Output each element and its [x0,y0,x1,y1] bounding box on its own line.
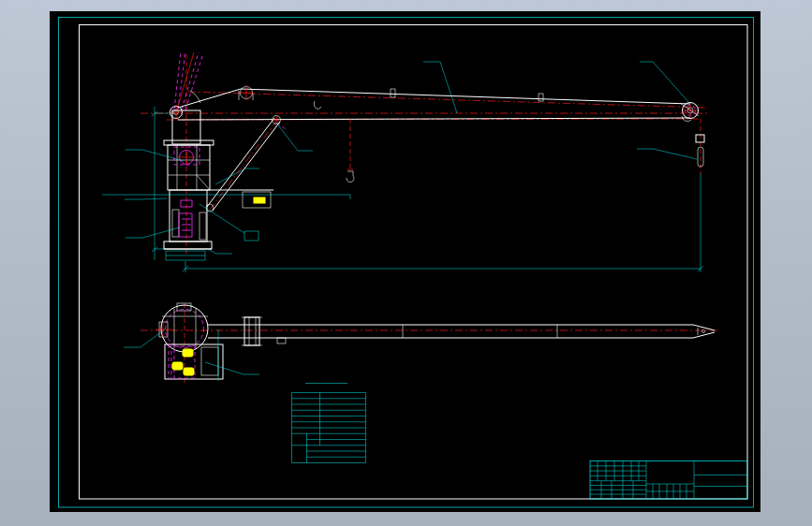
winch-housing [165,329,223,381]
pedestal [164,110,273,249]
motor-symbol [172,362,183,370]
span-dimension [183,173,703,272]
hook-swivel [696,135,704,142]
side-view [102,51,710,272]
parameter-table [292,393,366,463]
motor-symbol [184,368,194,375]
base-dimensions [166,249,232,260]
balloon-leaders [124,62,697,374]
luffing-brace [206,116,281,212]
deck-level-line [102,195,350,199]
boom-plan [208,317,715,345]
motor-symbol [254,197,265,203]
cad-drawing [50,11,760,512]
motor-symbol [183,349,193,357]
cad-drawing-canvas [50,11,760,512]
plan-view [140,303,717,386]
stay-cables [174,51,203,110]
title-block [590,461,747,500]
mid-hook [347,119,354,183]
boom-side [178,89,690,130]
topping-sheave [239,85,254,100]
desktop: { "canvas": { "swl_label": "SWL 0.99 t" … [0,0,812,526]
sheet-frame [59,18,754,508]
